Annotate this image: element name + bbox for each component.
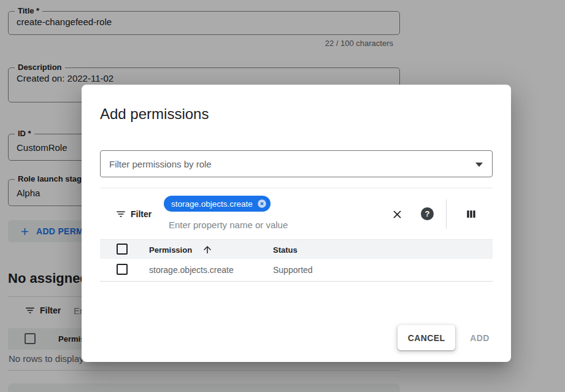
column-header-permission[interactable]: Permission: [149, 245, 192, 255]
help-icon-glyph: ?: [425, 209, 430, 218]
sort-ascending-icon[interactable]: [202, 244, 213, 255]
cancel-button[interactable]: CANCEL: [398, 325, 455, 350]
dialog-filter-input[interactable]: Enter property name or value: [169, 220, 288, 230]
column-display-icon[interactable]: [464, 207, 479, 221]
chip-remove-icon[interactable]: [256, 198, 267, 209]
add-button[interactable]: ADD: [461, 325, 499, 350]
add-permissions-dialog: Add permissions Filter permissions by ro…: [82, 85, 511, 362]
role-filter-dropdown-text: Filter permissions by role: [109, 159, 212, 169]
cell-permission: storage.objects.create: [149, 265, 234, 275]
role-filter-dropdown[interactable]: Filter permissions by role: [100, 150, 493, 177]
dialog-table-header: Permission Status: [100, 239, 493, 259]
dialog-title: Add permissions: [100, 106, 209, 123]
select-all-checkbox[interactable]: [117, 244, 128, 255]
cell-status: Supported: [273, 265, 313, 275]
filter-chip-label: storage.objects.create: [171, 199, 253, 209]
chevron-down-icon: [475, 163, 483, 167]
clear-filters-icon[interactable]: [390, 207, 404, 221]
table-row[interactable]: storage.objects.create Supported: [100, 259, 493, 282]
dialog-filter-label: Filter: [131, 209, 152, 219]
column-header-status[interactable]: Status: [273, 245, 298, 255]
help-icon[interactable]: ?: [421, 207, 434, 220]
filter-chip[interactable]: storage.objects.create: [164, 196, 271, 212]
toolbar-divider: [446, 199, 447, 229]
row-checkbox[interactable]: [117, 264, 128, 275]
filter-funnel-icon: [115, 209, 126, 220]
toolbar-top-divider: [100, 188, 493, 188]
